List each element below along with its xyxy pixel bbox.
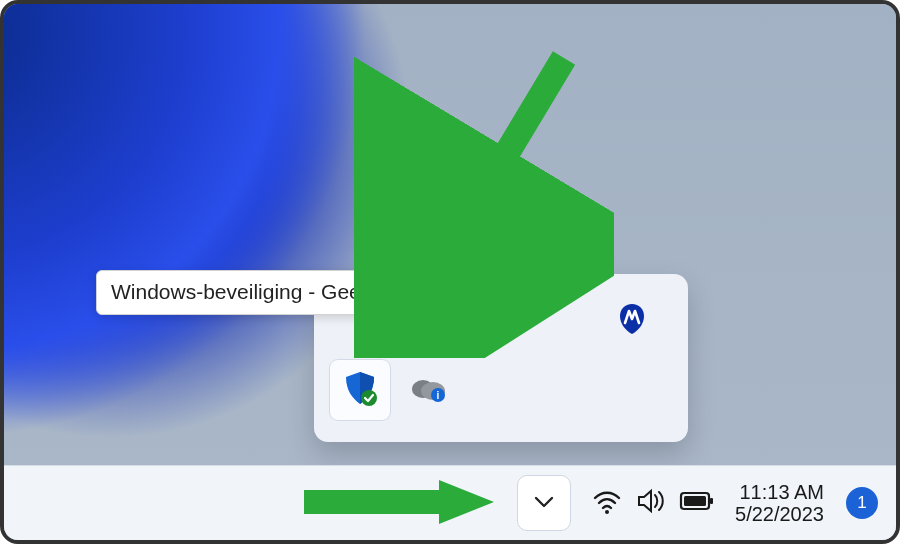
tooltip-text: Windows-beveiliging - Geen acties vereis… xyxy=(111,280,507,303)
svg-point-9 xyxy=(605,510,609,514)
clock-time: 11:13 AM xyxy=(739,481,824,503)
screenshot-frame: i Windows-beveiliging - Geen acties vere… xyxy=(0,0,900,544)
notification-count: 1 xyxy=(857,493,866,513)
wifi-button[interactable] xyxy=(585,475,629,531)
tray-item-placeholder[interactable] xyxy=(534,360,594,420)
chevron-box xyxy=(517,475,571,531)
clock-date: 5/22/2023 xyxy=(735,503,824,525)
taskbar-clock[interactable]: 11:13 AM 5/22/2023 xyxy=(735,481,824,525)
svg-text:i: i xyxy=(437,390,440,401)
chevron-down-icon xyxy=(530,487,558,519)
speaker-icon xyxy=(635,485,667,521)
svg-rect-11 xyxy=(710,498,713,504)
battery-button[interactable] xyxy=(673,475,721,531)
malwarebytes-icon xyxy=(615,301,649,339)
tray-item-onedrive[interactable]: i xyxy=(398,360,458,420)
tray-item-malwarebytes[interactable] xyxy=(602,290,662,350)
tray-item-placeholder[interactable] xyxy=(534,290,594,350)
wifi-icon xyxy=(591,485,623,521)
security-tooltip: Windows-beveiliging - Geen acties vereis… xyxy=(96,270,522,315)
tray-item-windows-security[interactable] xyxy=(330,360,390,420)
tray-item-placeholder[interactable] xyxy=(602,360,662,420)
windows-security-icon xyxy=(340,368,380,412)
battery-icon xyxy=(679,488,715,518)
notification-badge: 1 xyxy=(846,487,878,519)
show-hidden-icons-button[interactable] xyxy=(511,475,585,531)
volume-button[interactable] xyxy=(629,475,673,531)
tray-item-placeholder[interactable] xyxy=(466,360,526,420)
svg-point-0 xyxy=(361,390,377,406)
svg-rect-12 xyxy=(684,496,706,506)
notifications-button[interactable]: 1 xyxy=(838,475,884,531)
onedrive-icon: i xyxy=(409,373,447,407)
taskbar: 11:13 AM 5/22/2023 1 xyxy=(4,465,896,540)
